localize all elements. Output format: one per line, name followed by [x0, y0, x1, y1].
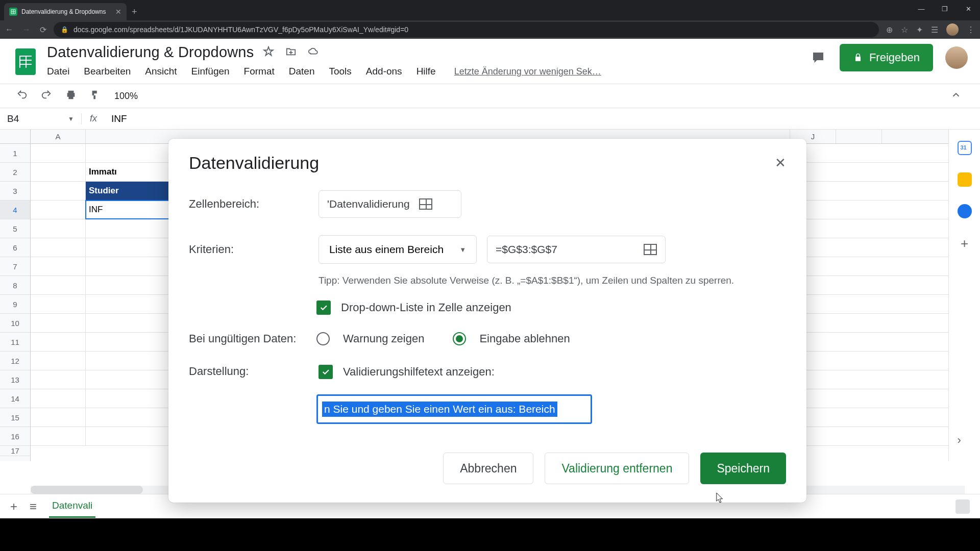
row-header[interactable]: 17: [0, 446, 30, 456]
row-header[interactable]: 11: [0, 333, 30, 352]
new-tab-button[interactable]: +: [132, 7, 137, 17]
maximize-button[interactable]: ❐: [933, 0, 957, 17]
close-dialog-button[interactable]: ✕: [775, 155, 786, 171]
cell[interactable]: [86, 295, 177, 313]
cell[interactable]: [86, 352, 177, 370]
sheet-tab[interactable]: Datenvali: [49, 495, 95, 518]
select-range-icon[interactable]: [644, 244, 657, 255]
collapse-toolbar-icon[interactable]: [950, 89, 962, 103]
share-button[interactable]: Freigeben: [840, 44, 933, 71]
selected-cell[interactable]: INF: [86, 201, 177, 219]
keep-sidepanel-icon[interactable]: [958, 172, 972, 187]
print-icon[interactable]: [65, 89, 77, 103]
cancel-button[interactable]: Abbrechen: [443, 453, 533, 484]
menu-tools[interactable]: Tools: [329, 66, 351, 77]
menu-format[interactable]: Format: [244, 66, 275, 77]
browser-tab[interactable]: Datenvalidierung & Dropdowns ✕: [4, 3, 127, 20]
row-header[interactable]: 14: [0, 389, 30, 408]
row-header[interactable]: 3: [0, 182, 30, 201]
show-help-text-checkbox[interactable]: [318, 365, 333, 379]
cell[interactable]: Immatı: [86, 163, 177, 181]
account-avatar[interactable]: [945, 46, 968, 69]
row-header[interactable]: 2: [0, 163, 30, 182]
cell-range-input[interactable]: 'Datenvalidierung: [318, 190, 461, 218]
last-edit-link[interactable]: Letzte Änderung vor wenigen Sek…: [454, 66, 601, 77]
reload-button[interactable]: ⟳: [40, 25, 46, 35]
star-icon[interactable]: ☆: [901, 25, 908, 35]
reject-radio[interactable]: [453, 332, 466, 345]
cell[interactable]: [86, 333, 177, 351]
row-header[interactable]: 15: [0, 408, 30, 427]
zoom-level[interactable]: 100%: [114, 91, 138, 102]
name-box[interactable]: B4 ▼: [0, 113, 82, 124]
cloud-status-icon[interactable]: [308, 46, 319, 59]
hide-sidepanel-icon[interactable]: ›: [958, 434, 972, 448]
sheets-logo[interactable]: [12, 44, 39, 80]
column-header[interactable]: A: [31, 130, 86, 143]
back-button[interactable]: ←: [5, 25, 13, 35]
close-tab-icon[interactable]: ✕: [115, 8, 121, 16]
cell[interactable]: [86, 219, 177, 238]
row-header[interactable]: 12: [0, 352, 30, 370]
add-sheet-button[interactable]: +: [10, 499, 17, 514]
cell[interactable]: [86, 144, 177, 162]
menu-addons[interactable]: Add-ons: [366, 66, 402, 77]
cell[interactable]: [86, 238, 177, 257]
criteria-type-select[interactable]: Liste aus einem Bereich ▼: [318, 235, 477, 264]
save-button[interactable]: Speichern: [700, 453, 786, 484]
row-header[interactable]: 8: [0, 276, 30, 295]
menu-help[interactable]: Hilfe: [416, 66, 436, 77]
row-header[interactable]: 9: [0, 295, 30, 314]
add-sidepanel-icon[interactable]: +: [958, 236, 972, 250]
star-doc-icon[interactable]: [263, 46, 274, 59]
help-text-input[interactable]: n Sie und geben Sie einen Wert ein aus: …: [316, 394, 592, 424]
row-header[interactable]: 7: [0, 257, 30, 276]
row-header[interactable]: 13: [0, 370, 30, 389]
criteria-range-input[interactable]: =$G$3:$G$7: [487, 236, 666, 263]
cell[interactable]: [86, 389, 177, 408]
remove-validation-button[interactable]: Validierung entfernen: [545, 453, 689, 484]
row-header[interactable]: 1: [0, 144, 30, 163]
row-header[interactable]: 4: [0, 201, 30, 219]
menu-view[interactable]: Ansicht: [145, 66, 177, 77]
row-header[interactable]: 16: [0, 427, 30, 446]
row-header[interactable]: 10: [0, 314, 30, 333]
move-doc-icon[interactable]: [285, 46, 297, 59]
extensions-icon[interactable]: ✦: [916, 25, 923, 35]
reading-list-icon[interactable]: ☰: [931, 25, 938, 35]
row-header[interactable]: 6: [0, 238, 30, 257]
zoom-icon[interactable]: ⊕: [886, 25, 893, 35]
cell[interactable]: [86, 370, 177, 389]
redo-icon[interactable]: [41, 89, 52, 103]
close-window-button[interactable]: ✕: [957, 0, 980, 17]
warning-radio[interactable]: [316, 332, 330, 345]
menu-edit[interactable]: Bearbeiten: [84, 66, 131, 77]
profile-avatar-icon[interactable]: [946, 23, 959, 36]
select-all-corner[interactable]: [0, 130, 30, 144]
all-sheets-button[interactable]: ≡: [30, 499, 37, 514]
menu-data[interactable]: Daten: [289, 66, 315, 77]
cell[interactable]: Studier: [86, 182, 177, 200]
row-header[interactable]: 5: [0, 219, 30, 238]
menu-file[interactable]: Datei: [47, 66, 69, 77]
cell[interactable]: [86, 427, 177, 445]
calendar-sidepanel-icon[interactable]: [958, 141, 972, 155]
address-bar[interactable]: 🔒 docs.google.com/spreadsheets/d/1JKUDAN…: [54, 22, 879, 37]
paint-format-icon[interactable]: [90, 89, 101, 103]
forward-button[interactable]: →: [22, 25, 31, 35]
minimize-button[interactable]: —: [910, 0, 933, 17]
cell[interactable]: [86, 276, 177, 294]
menu-insert[interactable]: Einfügen: [191, 66, 230, 77]
comments-icon[interactable]: [809, 48, 827, 67]
undo-icon[interactable]: [16, 89, 28, 103]
document-title[interactable]: Datenvalidierung & Dropdowns: [47, 44, 254, 61]
column-header[interactable]: [836, 130, 882, 143]
cell[interactable]: [86, 314, 177, 332]
cell[interactable]: [86, 257, 177, 276]
show-dropdown-checkbox[interactable]: [316, 300, 331, 315]
explore-button[interactable]: [955, 499, 970, 514]
select-range-icon[interactable]: [419, 198, 432, 210]
cell[interactable]: [86, 408, 177, 427]
formula-bar[interactable]: INF: [105, 113, 127, 124]
chrome-menu-icon[interactable]: ⋮: [967, 25, 975, 35]
